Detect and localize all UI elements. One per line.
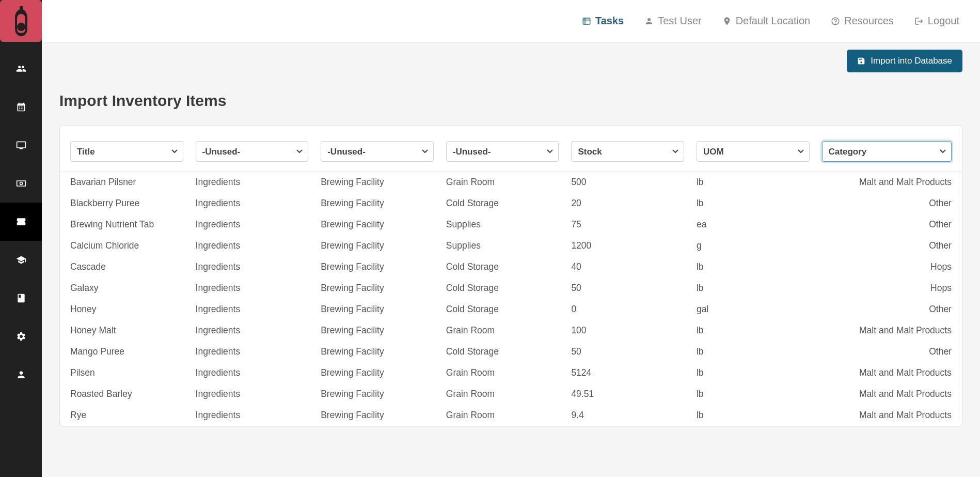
table-cell: gal [697, 304, 810, 315]
sidebar-item-education[interactable] [0, 241, 42, 279]
table-row: Honey MaltIngredientsBrewing FacilityGra… [60, 320, 962, 341]
table-cell: Brewing Facility [321, 261, 434, 272]
save-icon [857, 57, 865, 65]
column-select-2[interactable]: -Unused- [321, 141, 434, 162]
column-select-5[interactable]: UOM [697, 141, 810, 162]
import-database-button[interactable]: Import into Database [847, 50, 962, 72]
table-cell: Rye [70, 410, 183, 421]
table-cell: Ingredients [196, 304, 309, 315]
table-cell: 500 [571, 177, 684, 188]
sidebar-item-billing[interactable] [0, 164, 42, 203]
table-cell: Ingredients [196, 283, 309, 294]
table-cell: Hops [822, 261, 952, 272]
column-header-6: Category [822, 141, 952, 162]
table-cell: Malt and Malt Products [822, 410, 952, 421]
table-cell: lb [697, 177, 810, 188]
app-logo[interactable] [0, 0, 42, 42]
column-select-0[interactable]: Title [70, 141, 183, 162]
table-cell: Brewing Facility [321, 177, 434, 188]
table-cell: Brewing Facility [321, 198, 434, 209]
sidebar-item-docs[interactable] [0, 279, 42, 317]
table-cell: 40 [571, 261, 684, 272]
page-title: Import Inventory Items [42, 72, 980, 125]
table-cell: Mango Puree [70, 346, 183, 357]
table-cell: Supplies [446, 219, 559, 230]
table-cell: Cold Storage [446, 346, 559, 357]
table-cell: Grain Room [446, 325, 559, 336]
svg-rect-2 [583, 18, 590, 24]
user-icon [644, 17, 654, 26]
table-cell: 20 [571, 198, 684, 209]
sidebar-item-account[interactable] [0, 356, 42, 394]
table-cell: 5124 [571, 367, 684, 378]
table-row: PilsenIngredientsBrewing FacilityGrain R… [60, 362, 962, 383]
table-cell: Roasted Barley [70, 389, 183, 399]
table-cell: 50 [571, 283, 684, 294]
sidebar-item-display[interactable] [0, 126, 42, 164]
svg-point-1 [17, 23, 25, 31]
table-row: GalaxyIngredientsBrewing FacilityCold St… [60, 278, 962, 299]
sidebar-item-calendar[interactable] [0, 88, 42, 126]
table-row: Brewing Nutrient TabIngredientsBrewing F… [60, 214, 962, 235]
table-cell: Pilsen [70, 367, 183, 378]
column-select-1[interactable]: -Unused- [196, 141, 309, 162]
person-icon [16, 370, 26, 380]
nav-tasks-label: Tasks [595, 15, 624, 27]
nav-tasks[interactable]: Tasks [582, 15, 624, 27]
table-cell: Other [822, 198, 952, 209]
table-cell: 1200 [571, 240, 684, 251]
table-row: Bavarian PilsnerIngredientsBrewing Facil… [60, 172, 962, 193]
column-header-5: UOM [697, 141, 810, 162]
table-cell: Cold Storage [446, 283, 559, 294]
table-cell: Brewing Facility [321, 410, 434, 421]
table-row: Blackberry PureeIngredientsBrewing Facil… [60, 193, 962, 214]
table-cell: lb [697, 283, 810, 294]
table-cell: Brewing Nutrient Tab [70, 219, 183, 230]
table-cell: Ingredients [196, 240, 309, 251]
table-cell: Malt and Malt Products [822, 177, 952, 188]
table-cell: Brewing Facility [321, 325, 434, 336]
sidebar-nav [0, 50, 42, 394]
table-cell: Brewing Facility [321, 219, 434, 230]
table-cell: Other [822, 219, 952, 230]
nav-resources[interactable]: Resources [831, 15, 894, 27]
table-row: HoneyIngredientsBrewing FacilityCold Sto… [60, 299, 962, 320]
calendar-icon [16, 102, 26, 112]
grad-cap-icon [16, 255, 26, 265]
sidebar-item-settings[interactable] [0, 317, 42, 356]
sidebar-item-customers[interactable] [0, 50, 42, 88]
nav-user-label: Test User [658, 15, 701, 27]
users-icon [16, 64, 26, 74]
table-cell: Ingredients [196, 410, 309, 421]
table-cell: ea [697, 219, 810, 230]
nav-logout[interactable]: Logout [914, 15, 959, 27]
column-header-0: Title [70, 141, 183, 162]
table-row: Mango PureeIngredientsBrewing FacilityCo… [60, 341, 962, 362]
nav-location[interactable]: Default Location [722, 15, 811, 27]
ticket-icon [16, 217, 26, 227]
table-cell: Grain Room [446, 410, 559, 421]
table-cell: lb [697, 198, 810, 209]
table-cell: Calcium Chloride [70, 240, 183, 251]
table-cell: lb [697, 346, 810, 357]
column-select-3[interactable]: -Unused- [446, 141, 559, 162]
import-table-card: Title -Unused- -Unused- -Unused- [59, 125, 962, 426]
column-header-3: -Unused- [446, 141, 559, 162]
table-cell: Brewing Facility [321, 283, 434, 294]
table-cell: Hops [822, 283, 952, 294]
column-select-4[interactable]: Stock [571, 141, 684, 162]
table-cell: Brewing Facility [321, 240, 434, 251]
table-cell: 100 [571, 325, 684, 336]
sidebar-item-inventory[interactable] [0, 203, 42, 241]
import-button-label: Import into Database [871, 56, 952, 66]
table-cell: 0 [571, 304, 684, 315]
column-select-6[interactable]: Category [822, 141, 952, 162]
table-cell: Bavarian Pilsner [70, 177, 183, 188]
nav-resources-label: Resources [844, 15, 894, 27]
column-header-1: -Unused- [196, 141, 309, 162]
nav-location-label: Default Location [736, 15, 811, 27]
table-cell: Ingredients [196, 219, 309, 230]
column-mapping-header: Title -Unused- -Unused- -Unused- [60, 126, 962, 172]
table-row: CascadeIngredientsBrewing FacilityCold S… [60, 256, 962, 278]
nav-user[interactable]: Test User [644, 15, 701, 27]
